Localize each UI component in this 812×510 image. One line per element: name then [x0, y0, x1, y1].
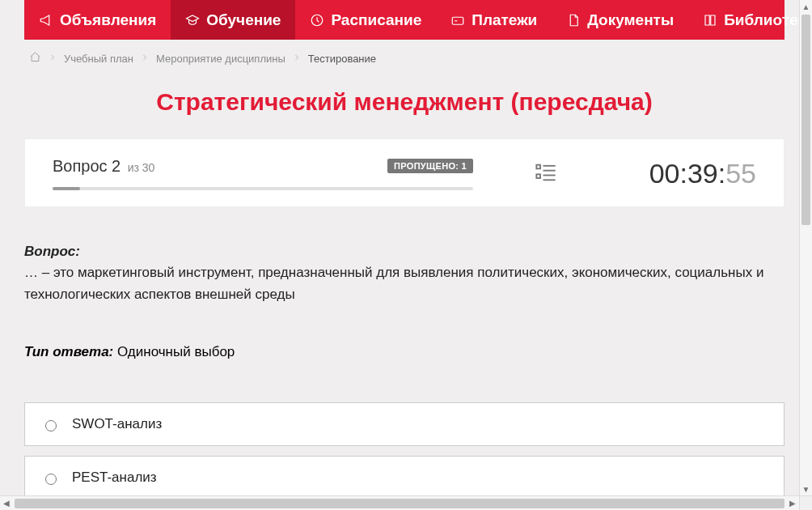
skipped-badge: ПРОПУЩЕНО: 1 [387, 159, 473, 173]
nav-item-payments[interactable]: Платежи [436, 0, 552, 40]
vertical-scrollbar[interactable]: ▲ ▼ [799, 0, 812, 495]
scroll-up-arrow[interactable]: ▲ [800, 0, 812, 13]
clock-icon [310, 13, 324, 28]
svg-rect-3 [536, 174, 540, 178]
breadcrumb: Учебный план Мероприятие дисциплины Тест… [24, 40, 785, 74]
progress-bar [53, 187, 473, 190]
chevron-right-icon [140, 53, 150, 65]
scroll-thumb[interactable] [801, 15, 810, 225]
nav-item-schedule[interactable]: Расписание [295, 0, 436, 40]
nav-label: Библиотека [724, 11, 809, 29]
timer-seconds: 55 [725, 158, 756, 189]
question-total: из 30 [128, 161, 155, 174]
nav-item-announcements[interactable]: Объявления [24, 0, 171, 40]
scroll-down-arrow[interactable]: ▼ [800, 482, 812, 495]
horizontal-scrollbar[interactable]: ◀ ▶ [0, 495, 799, 510]
answer-option[interactable]: SWOT-анализ [24, 402, 785, 446]
nav-item-education[interactable]: Обучение [171, 0, 295, 40]
answer-radio[interactable] [45, 420, 57, 431]
answer-type-label: Тип ответа: [24, 344, 113, 359]
svg-rect-2 [536, 164, 540, 168]
main-nav: Объявления Обучение Расписание Платежи [24, 0, 785, 40]
scroll-right-arrow[interactable]: ▶ [786, 499, 799, 508]
question-panel: Вопрос 2 из 30 ПРОПУЩЕНО: 1 00:39:5 [24, 138, 785, 207]
document-icon [566, 13, 581, 28]
chevron-right-icon [48, 53, 57, 65]
timer: 00:39:55 [649, 158, 756, 189]
nav-label: Обучение [206, 11, 281, 29]
nav-item-documents[interactable]: Документы [552, 0, 688, 40]
chevron-right-icon [292, 53, 302, 65]
scroll-left-arrow[interactable]: ◀ [0, 499, 13, 508]
timer-main: 00:39: [649, 158, 726, 189]
question-body: Вопрос: … – это маркетинговый инструмент… [24, 241, 785, 305]
answer-option-text: PEST-анализ [72, 470, 157, 486]
breadcrumb-link[interactable]: Учебный план [64, 53, 133, 65]
payment-icon [450, 13, 465, 28]
options-list: SWOT-анализ PEST-анализ [24, 402, 785, 495]
nav-label: Расписание [331, 11, 421, 29]
question-list-icon[interactable] [534, 161, 558, 187]
question-number: Вопрос 2 [53, 157, 121, 176]
answer-type: Тип ответа: Одиночный выбор [24, 344, 785, 360]
graduation-cap-icon [185, 13, 200, 28]
nav-label: Документы [587, 11, 674, 29]
answer-option-text: SWOT-анализ [72, 416, 162, 432]
library-icon [703, 13, 717, 28]
scrollbar-corner [799, 495, 812, 510]
answer-radio[interactable] [45, 474, 57, 485]
breadcrumb-current: Тестирование [308, 53, 376, 65]
nav-item-library[interactable]: Библиотека [688, 0, 809, 40]
home-icon[interactable] [29, 51, 41, 66]
question-label: Вопрос: [24, 244, 80, 259]
megaphone-icon [39, 13, 53, 28]
progress-fill [53, 187, 80, 190]
scroll-thumb[interactable] [15, 499, 785, 508]
nav-label: Объявления [60, 11, 156, 29]
breadcrumb-link[interactable]: Мероприятие дисциплины [156, 53, 285, 65]
nav-label: Платежи [472, 11, 537, 29]
answer-option[interactable]: PEST-анализ [24, 456, 785, 495]
page-title: Стратегический менеджмент (пересдача) [24, 88, 785, 116]
svg-rect-1 [452, 17, 463, 24]
question-text: … – это маркетинговый инструмент, предна… [24, 262, 785, 305]
answer-type-value: Одиночный выбор [117, 344, 235, 359]
